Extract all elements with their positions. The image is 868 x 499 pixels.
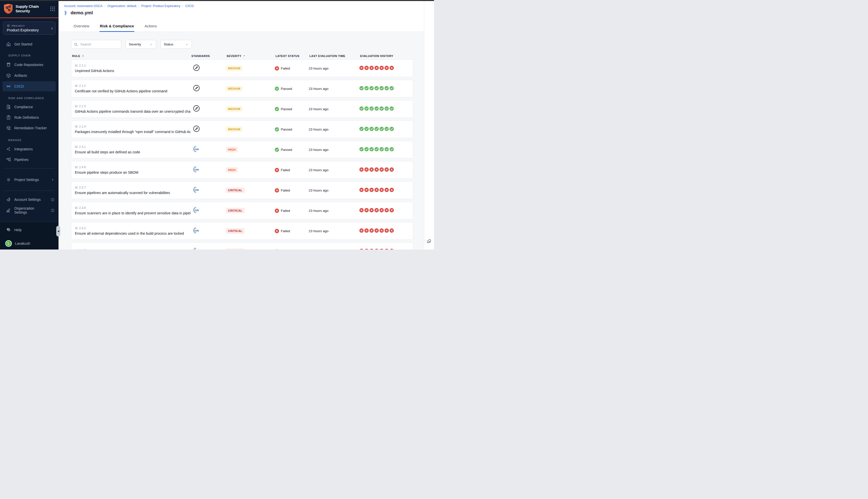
severity-filter-dropdown[interactable]: Severity — [125, 40, 156, 49]
table-row[interactable]: Id: 2.1.1Unpinned GitHub ActionsMEDIUMFa… — [71, 60, 413, 77]
rule-name: Ensure all build steps are defined as co… — [75, 150, 191, 154]
sidebar-item-help[interactable]: ? Help — [0, 225, 59, 235]
history-failed-icon — [359, 208, 364, 214]
column-header-standards[interactable]: STANDARDS — [191, 54, 227, 58]
sidebar-item-account-settings[interactable]: Account Settings — [0, 195, 59, 205]
latest-status: Passed — [275, 127, 309, 132]
table-row[interactable]: Id: 2.3.7Ensure pipelines are automatica… — [71, 182, 413, 199]
app-window: Supply Chain Security PROJECT Product Ex… — [0, 0, 434, 250]
column-header-rule[interactable]: RULE — [72, 54, 191, 58]
severity-badge: CRITICAL — [226, 228, 245, 234]
history-passed-icon — [364, 107, 369, 112]
module-grid-icon[interactable] — [50, 6, 55, 11]
sidebar-collapse-button[interactable]: ◀ — [56, 226, 60, 236]
history-failed-icon — [374, 188, 379, 193]
tab-actions[interactable]: Actions — [144, 21, 157, 32]
sort-desc-icon — [243, 54, 246, 58]
evaluation-history — [359, 107, 413, 112]
table-row[interactable]: Id: 3.1.7CISCRITICALFailed23 hours ago — [71, 242, 413, 250]
status-filter-dropdown[interactable]: Status — [160, 40, 192, 49]
search-input[interactable] — [80, 42, 119, 46]
sidebar-item-organization-settings[interactable]: Organization Settings — [0, 205, 59, 215]
history-failed-icon — [359, 66, 364, 71]
table-row[interactable]: Id: 2.1.3GitHub Actions pipeline command… — [71, 100, 413, 118]
severity-badge: CRITICAL — [226, 208, 245, 214]
search-icon — [74, 42, 78, 46]
sidebar-item-user[interactable]: L Lavakush — [0, 239, 59, 248]
breadcrumb-account-link[interactable]: Account: Automation-SSCA — [64, 4, 103, 8]
severity-badge: MEDIUM — [226, 106, 243, 112]
column-header-last-evaluation-time[interactable]: LAST EVALUATION TIME — [310, 54, 360, 58]
pipelines-flow-icon — [6, 157, 11, 162]
breadcrumb-organization-link[interactable]: Organization: default — [108, 4, 136, 8]
history-failed-icon — [389, 188, 394, 193]
severity-badge: MEDIUM — [226, 65, 243, 71]
history-failed-icon — [359, 168, 364, 173]
tab-risk-and-compliance[interactable]: Risk & Compliance — [99, 21, 135, 32]
evaluation-history — [359, 208, 413, 214]
support-chat-icon[interactable] — [426, 238, 432, 244]
status-label: Failed — [281, 209, 290, 212]
table-row[interactable]: Id: 2.1.4Packages insecurely installed t… — [71, 121, 413, 138]
openssf-standard-icon — [191, 84, 226, 93]
table-header-row: RULE STANDARDS SEVERITY LATEST STATUS LA… — [71, 52, 413, 60]
filter-bar: Severity Status — [71, 40, 424, 49]
status-label: Failed — [281, 250, 290, 250]
sidebar-item-get-started[interactable]: Get Started — [0, 39, 59, 49]
rule-name: Certificate not verified by GitHub Actio… — [75, 89, 191, 93]
sidebar-item-code-repositories[interactable]: Code Repositories — [0, 60, 59, 70]
cis-standard-icon: CIS — [191, 145, 226, 154]
cis-standard-icon: CIS — [191, 247, 226, 250]
table-row[interactable]: Id: 2.3.8Ensure scanners are in place to… — [71, 202, 413, 219]
sidebar-item-remediation-tracker[interactable]: Remediation Tracker — [0, 123, 59, 133]
history-passed-icon — [374, 86, 379, 92]
svg-text:?: ? — [8, 228, 9, 230]
tab-overview[interactable]: Overview — [73, 21, 90, 32]
status-label: Passed — [281, 107, 292, 111]
account-settings-icon — [6, 197, 11, 202]
history-passed-icon — [385, 127, 389, 132]
breadcrumb-project-link[interactable]: Project: Product Exploratory — [141, 4, 181, 8]
sidebar-item-artifacts[interactable]: Artifacts — [0, 71, 59, 81]
rule-name: Ensure scanners are in place to identify… — [75, 211, 191, 215]
sidebar-item-integrations[interactable]: Integrations — [0, 144, 59, 154]
supply-chain-security-logo-icon — [3, 3, 13, 14]
history-failed-icon — [359, 228, 364, 234]
sidebar: Supply Chain Security PROJECT Product Ex… — [0, 1, 59, 250]
history-passed-icon — [385, 86, 389, 92]
sidebar-item-cicd[interactable]: CI/CD — [2, 81, 56, 92]
column-header-latest-status[interactable]: LATEST STATUS — [276, 54, 310, 58]
chevron-right-icon: › — [51, 26, 53, 31]
sidebar-item-label: Integrations — [14, 147, 33, 151]
table-row[interactable]: Id: 2.3.1Ensure all build steps are defi… — [71, 141, 413, 158]
history-failed-icon — [364, 188, 369, 193]
sidebar-item-pipelines[interactable]: Pipelines — [0, 155, 59, 165]
sidebar-item-compliance[interactable]: Compliance — [0, 102, 59, 112]
breadcrumb-cicd-link[interactable]: CI/CD — [185, 4, 194, 8]
status-label: Passed — [281, 148, 292, 151]
sidebar-item-rule-definitions[interactable]: Rule Definitions — [0, 112, 59, 122]
history-passed-icon — [385, 107, 389, 112]
rule-id: Id: 2.1.3 — [75, 105, 191, 108]
sidebar-item-project-settings[interactable]: Project Settings — [0, 175, 59, 185]
window-top-edge — [0, 0, 434, 1]
history-failed-icon — [364, 208, 369, 214]
column-header-evaluation-history[interactable]: EVALUATION HISTORY — [360, 54, 413, 58]
severity-badge: CRITICAL — [226, 248, 245, 250]
rule-id: Id: 2.4.6 — [75, 166, 191, 169]
breadcrumb-separator: › — [138, 4, 140, 8]
last-evaluation-time: 23 hours ago — [309, 188, 359, 192]
project-selector[interactable]: PROJECT Product Exploratory › — [3, 22, 56, 35]
info-icon[interactable] — [51, 209, 55, 212]
column-header-severity[interactable]: SEVERITY — [227, 54, 276, 58]
table-row[interactable]: Id: 2.4.6Ensure pipeline steps produce a… — [71, 161, 413, 179]
info-icon[interactable] — [51, 198, 55, 202]
section-label-manage: MANAGE — [8, 138, 22, 142]
table-row[interactable]: Id: 2.4.2Ensure all external dependencie… — [71, 222, 413, 240]
history-failed-icon — [359, 249, 364, 250]
status-label: Passed — [281, 87, 292, 90]
last-evaluation-time: 23 hours ago — [309, 87, 359, 90]
page-header: Account: Automation-SSCA› Organization: … — [59, 1, 424, 32]
main-area: Account: Automation-SSCA› Organization: … — [59, 1, 424, 250]
table-row[interactable]: Id: 2.1.2Certificate not verified by Git… — [71, 80, 413, 97]
